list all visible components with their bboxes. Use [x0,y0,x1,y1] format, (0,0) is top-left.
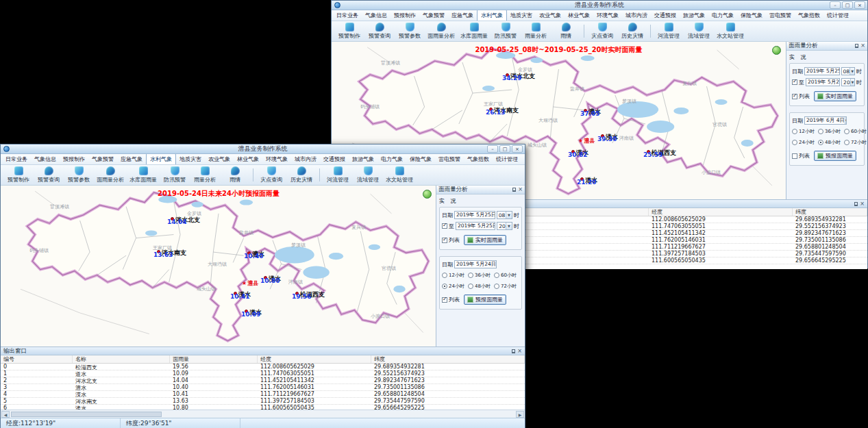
obs-end-hour-select[interactable]: 20▼ [841,78,855,86]
toolbar-button[interactable]: 预警参数 [395,23,425,40]
scroll-left-icon[interactable]: ◀ [1,411,10,418]
to-checkbox[interactable] [442,223,447,229]
table-row[interactable]: 1道水 10.09111.747063055051 29.55215637492… [1,370,525,377]
menu-item[interactable]: 林业气象 [234,154,262,164]
close-button[interactable]: × [512,145,523,153]
menu-item[interactable]: 交通预报 [320,154,349,164]
toolbar-button[interactable]: 雨量分析 [190,166,220,184]
toolbar-button[interactable]: 雨量分析 [521,23,551,40]
toolbar-button[interactable]: 水库面雨量 [458,23,491,40]
pin-icon[interactable] [512,188,516,192]
close-icon[interactable]: × [518,187,523,192]
obs-end-date-select[interactable]: 2019年 5月25日▼ [456,222,495,230]
to-checkbox[interactable] [792,79,797,85]
obs-date-select[interactable]: 2019年 5月25日▼ [804,67,840,75]
maximize-button[interactable]: □ [499,145,510,153]
toolbar-button[interactable]: 雨情 [551,23,581,40]
period-radio[interactable]: 36小时 [468,272,493,279]
toolbar-button[interactable]: 防汛预警 [491,23,521,40]
menu-item[interactable]: 保险气象 [406,154,435,164]
menu-item[interactable]: 城市内涝 [291,154,320,164]
toolbar-button[interactable]: 面雨量分析 [425,23,458,40]
titlebar[interactable]: 澧县业务制作系统 – □ × [1,144,525,154]
table-row[interactable]: 2涔水北支 14.04111.452105411342 29.892347671… [1,377,525,384]
period-radio[interactable]: 60小时 [844,128,867,135]
toolbar-button[interactable]: 河流管理 [323,166,353,184]
maximize-button[interactable]: □ [842,1,853,9]
obs-list-checkbox[interactable] [442,238,447,243]
toolbar-button[interactable]: 预警制作 [3,166,34,184]
menu-item[interactable]: 环境气象 [593,10,622,21]
obs-end-hour-select[interactable]: 20▼ [497,222,512,230]
map-locate-button[interactable] [423,190,432,199]
menu-item[interactable]: 雷电预警 [766,10,795,21]
menu-item[interactable]: 地质灾害 [176,154,205,164]
toolbar-button[interactable]: 水文站管理 [383,166,416,184]
toolbar-button[interactable]: 河流管理 [654,23,684,40]
period-radio[interactable]: 24小时 [442,283,467,290]
toolbar-button[interactable]: 预警查询 [34,166,64,184]
close-icon[interactable]: × [517,349,522,354]
menu-item[interactable]: 电力气象 [377,154,406,164]
menu-item[interactable]: 气象预警 [88,154,117,164]
map-area[interactable]: 甘溪滩镇码头铺镇金罗镇王家厂镇盐井镇大堰垱镇梦溪镇涔南镇官垸镇复兴镇城头山镇小渡… [1,186,437,347]
menu-item[interactable]: 应急气象 [117,154,146,164]
obs-start-hour-select[interactable]: 08▼ [497,211,512,219]
menu-item[interactable]: 气象指数 [795,10,823,21]
period-radio[interactable]: 24小时 [792,139,817,146]
menu-item[interactable]: 环境气象 [262,154,291,164]
menu-item[interactable]: 城市内涝 [622,10,651,21]
menu-item[interactable]: 交通预报 [651,10,680,21]
toolbar-button[interactable]: 防汛预警 [160,166,190,184]
period-radio[interactable]: 36小时 [818,128,843,135]
period-radio[interactable]: 60小时 [494,272,519,279]
pin-icon[interactable] [854,202,858,206]
toolbar-button[interactable]: 面雨量分析 [94,166,127,184]
menu-item[interactable]: 日常业务 [2,154,31,164]
menu-item[interactable]: 气象指数 [464,154,493,164]
forecast-rain-button[interactable]: 预报面雨量 [814,151,856,161]
toolbar-button[interactable]: 水文站管理 [714,23,747,40]
menu-item[interactable]: 预报制作 [390,10,419,21]
menu-item[interactable]: 预报制作 [60,154,88,164]
menu-item[interactable]: 统计管理 [493,154,521,164]
toolbar-button[interactable]: 历史灾情 [617,23,647,40]
table-row[interactable]: 3澧水 10.40111.762005146031 29.73500113508… [1,384,525,391]
realtime-rain-button[interactable]: 实时面雨量 [464,235,506,245]
minimize-button[interactable]: – [830,1,841,9]
toolbar-button[interactable]: 流域管理 [353,166,383,184]
pin-icon[interactable] [512,349,515,353]
menu-item[interactable]: 农业气象 [536,10,565,21]
menu-item[interactable]: 应急气象 [448,10,477,21]
period-radio[interactable]: 72小时 [844,139,867,146]
obs-start-hour-select[interactable]: 08▼ [841,67,855,75]
obs-end-date-select[interactable]: 2019年 5月25日▼ [806,78,840,86]
forecast-date-select[interactable]: 2019年 5月24日▼ [454,260,497,268]
toolbar-button[interactable]: 历史灾情 [286,166,317,184]
toolbar-button[interactable]: 预警参数 [64,166,94,184]
forecast-rain-button[interactable]: 预报面雨量 [464,294,506,305]
menu-item[interactable]: 保险气象 [737,10,766,21]
period-radio[interactable]: 48小时 [818,139,843,146]
map-locate-button[interactable] [772,46,781,55]
menu-item[interactable]: 气象预警 [419,10,448,21]
menu-item[interactable]: 水利气象 [146,153,176,164]
table-row[interactable]: 4渫水 10.41111.711219667627 29.65880124850… [1,391,525,398]
titlebar[interactable]: 澧县业务制作系统 – □ × [332,1,867,10]
forecast-list-checkbox[interactable] [442,297,447,303]
obs-date-select[interactable]: 2019年 5月25日▼ [454,211,495,219]
menu-item[interactable]: 雷电预警 [435,154,464,164]
minimize-button[interactable]: – [487,145,498,153]
realtime-rain-button[interactable]: 实时面雨量 [814,91,856,101]
menu-item[interactable]: 日常业务 [333,10,362,21]
table-row[interactable]: 6溇水 10.80111.600565050435 29.65664529522… [1,405,525,410]
close-icon[interactable]: × [860,201,865,207]
table-row[interactable]: 5涔水南支 13.63111.397257184503 29.735447597… [1,398,525,405]
close-icon[interactable]: × [860,43,865,49]
scroll-right-icon[interactable]: ▶ [516,411,524,418]
menu-item[interactable]: 电力气象 [708,10,737,21]
toolbar-button[interactable]: 灾点查询 [587,23,617,40]
menu-item[interactable]: 旅游气象 [680,10,708,21]
period-radio[interactable]: 48小时 [468,283,493,290]
toolbar-button[interactable]: 灾点查询 [256,166,286,184]
